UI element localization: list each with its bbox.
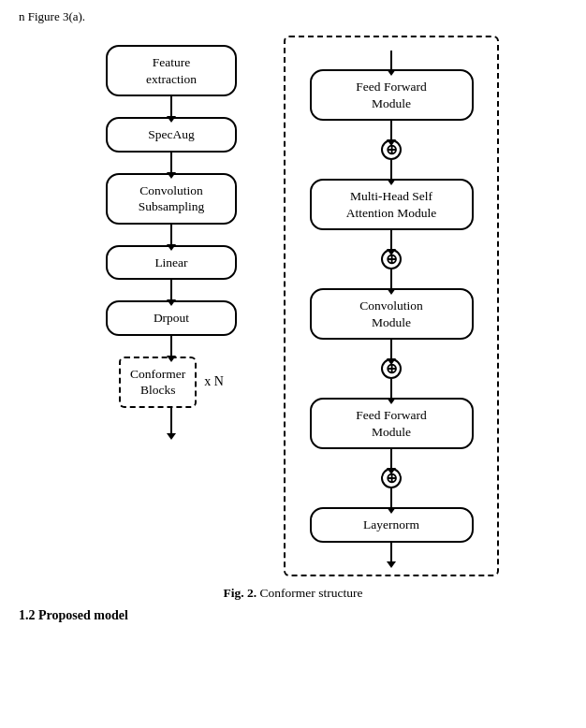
left-column: Featureextraction SpecAug ConvolutionSub…: [87, 36, 256, 434]
diagram-container: Featureextraction SpecAug ConvolutionSub…: [19, 36, 567, 576]
arrow-2: [170, 153, 172, 173]
arrow-3: [170, 225, 172, 245]
ffm-bottom-box: Feed ForwardModule: [310, 398, 474, 449]
feature-extraction-box: Featureextraction: [106, 45, 237, 96]
conformer-blocks-label: ConformerBlocks: [130, 366, 185, 399]
ffm-top-box: Feed ForwardModule: [310, 69, 474, 121]
arrow-5: [170, 336, 172, 357]
right-column: Feed ForwardModule ⊕ Multi-Head SelfAtte…: [284, 36, 499, 576]
conformer-blocks-dashed: ConformerBlocks: [119, 357, 197, 408]
arrow-4: [170, 280, 172, 300]
right-arrow-6: [390, 379, 392, 398]
right-arrow-8: [390, 488, 392, 507]
arrow-6: [170, 408, 172, 434]
conformer-block-wrapper: ConformerBlocks x N: [119, 357, 224, 408]
mhsa-box: Multi-Head SelfAttention Module: [310, 179, 474, 230]
caption-text: Conformer structure: [256, 586, 362, 600]
figure-caption: Fig. 2. Conformer structure: [19, 586, 567, 601]
proposed-model-heading: 1.2 Proposed model: [19, 608, 567, 623]
right-arrow-7: [390, 449, 392, 468]
xn-label: x N: [204, 374, 224, 389]
right-arrow-4: [390, 269, 392, 288]
exit-arrow: [390, 543, 392, 561]
right-top-arrow: [390, 51, 392, 69]
conv-module-box: ConvolutionModule: [310, 288, 474, 340]
right-arrow-2: [390, 160, 392, 179]
right-arrow-3: [390, 230, 392, 249]
right-arrow-1: [390, 121, 392, 139]
convolution-subsampling-box: ConvolutionSubsampling: [106, 173, 237, 225]
arrow-1: [170, 96, 172, 117]
right-arrow-5: [390, 340, 392, 358]
intro-text: n Figure 3(a).: [19, 9, 567, 24]
caption-bold: Fig. 2.: [224, 586, 257, 600]
